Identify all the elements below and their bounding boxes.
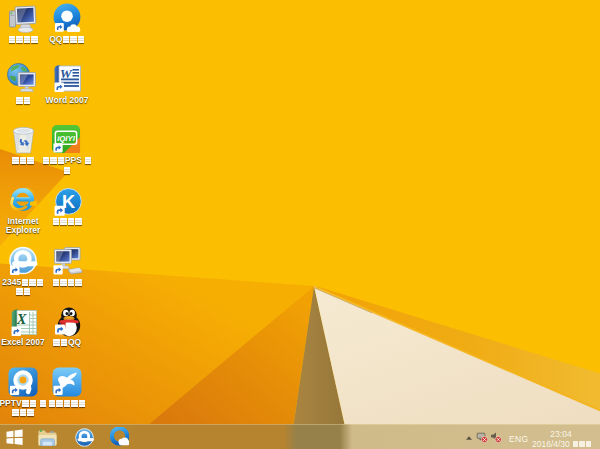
svg-text:iQIYI: iQIYI bbox=[57, 134, 75, 143]
svg-text:X: X bbox=[16, 311, 27, 327]
